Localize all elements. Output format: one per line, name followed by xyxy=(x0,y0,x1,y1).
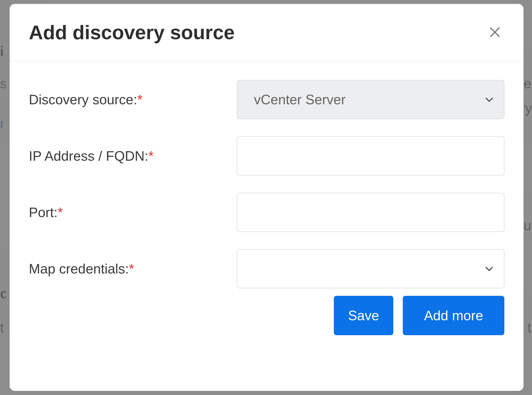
field-row-ip-fqdn: IP Address / FQDN:* xyxy=(29,137,504,176)
port-label: Port:* xyxy=(29,205,237,220)
map-credentials-select[interactable] xyxy=(237,249,504,288)
label-text: Discovery source: xyxy=(29,92,137,107)
ip-fqdn-input[interactable] xyxy=(237,137,504,176)
required-asterisk: * xyxy=(137,92,142,107)
add-more-button[interactable]: Add more xyxy=(403,296,504,335)
modal-footer: Save Add more xyxy=(10,296,523,354)
close-icon xyxy=(489,24,501,41)
label-text: Port: xyxy=(29,205,58,220)
field-row-map-credentials: Map credentials:* xyxy=(29,249,504,288)
select-value: vCenter Server xyxy=(254,92,484,107)
discovery-source-label: Discovery source:* xyxy=(29,92,237,107)
save-button[interactable]: Save xyxy=(334,296,393,335)
required-asterisk: * xyxy=(129,261,134,276)
port-input[interactable] xyxy=(237,193,504,232)
discovery-source-select[interactable]: vCenter Server xyxy=(237,80,504,119)
field-row-port: Port:* xyxy=(29,193,504,232)
ip-fqdn-label: IP Address / FQDN:* xyxy=(29,148,237,164)
label-text: IP Address / FQDN: xyxy=(29,148,148,164)
label-text: Map credentials: xyxy=(29,261,129,276)
chevron-down-icon xyxy=(484,263,494,274)
close-button[interactable] xyxy=(485,23,504,42)
map-credentials-label: Map credentials:* xyxy=(29,261,237,276)
required-asterisk: * xyxy=(58,205,63,220)
modal-header: Add discovery source xyxy=(10,4,523,61)
chevron-down-icon xyxy=(484,94,494,105)
field-row-discovery-source: Discovery source:* vCenter Server xyxy=(29,80,504,119)
modal-body: Discovery source:* vCenter Server xyxy=(10,61,523,296)
required-asterisk: * xyxy=(148,148,154,164)
modal-title: Add discovery source xyxy=(29,21,235,44)
add-discovery-source-modal: Add discovery source Discovery source:* … xyxy=(10,4,524,391)
